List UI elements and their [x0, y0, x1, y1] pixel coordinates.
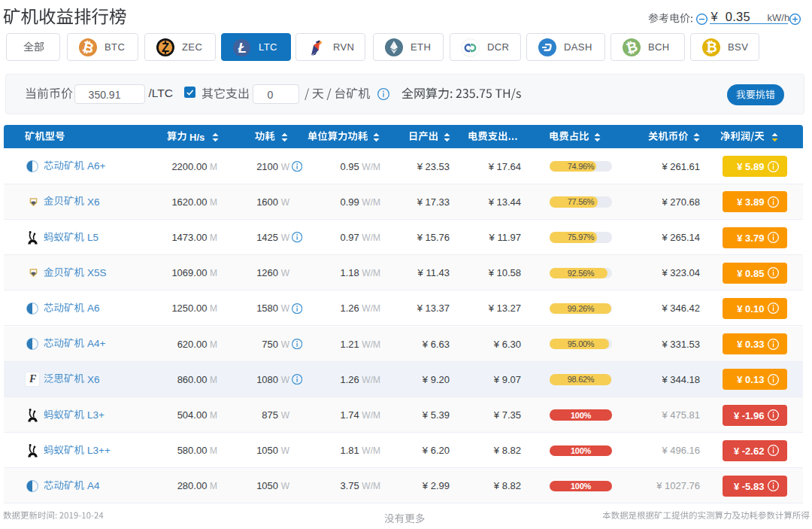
svg-text:Ł: Ł: [238, 40, 247, 56]
svg-text:₿: ₿: [706, 39, 717, 55]
